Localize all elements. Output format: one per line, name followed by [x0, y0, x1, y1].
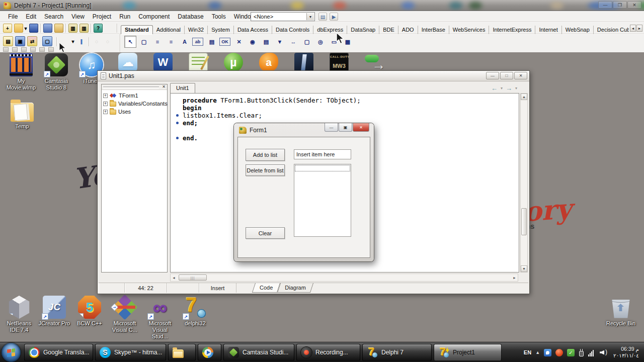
open-dropdown-icon[interactable] [23, 26, 28, 31]
expander-icon[interactable]: + [103, 110, 108, 114]
new-form-icon[interactable] [42, 36, 52, 46]
desktop-icon-msvs[interactable]: ↗Microsoft Visual Stud... [144, 296, 176, 340]
toggle-form-unit-icon[interactable] [27, 36, 37, 46]
editor-maximize-button[interactable]: □ [500, 72, 513, 79]
palette-tab-system[interactable]: System [208, 26, 234, 34]
language-indicator[interactable]: EN [524, 349, 531, 355]
menu-view[interactable]: View [67, 12, 89, 22]
item-input[interactable] [294, 149, 351, 159]
taskbar-button-delphi-7[interactable]: Delphi 7 [362, 344, 432, 361]
save-desktop-icon[interactable]: ▤ [318, 13, 327, 21]
close-icon[interactable]: ✕ [161, 84, 167, 89]
palette-tab-data-controls[interactable]: Data Controls [272, 26, 313, 34]
taskbar-button-folder[interactable] [168, 344, 196, 361]
expander-icon[interactable]: + [103, 102, 108, 106]
desktop-toolbar-icon[interactable] [21, 47, 27, 52]
forward-dropdown-icon[interactable]: ▾ [515, 86, 517, 90]
remove-file-from-project-icon[interactable] [79, 24, 89, 33]
horizontal-scrollbar[interactable]: ◄ ||| ► [170, 274, 518, 282]
add-file-to-project-icon[interactable] [68, 24, 77, 33]
scroll-left-icon[interactable]: ◄ [630, 25, 636, 32]
scroll-right-icon[interactable]: ► [511, 274, 518, 281]
form1-minimize-button[interactable]: — [325, 123, 338, 132]
save-icon[interactable] [29, 24, 38, 33]
explorer-node-variables-constants[interactable]: +Variables/Constants [103, 100, 167, 108]
listbox[interactable] [294, 164, 351, 237]
desktop-icon-netbeans[interactable]: ↗NetBeans IDE 7.4 [3, 296, 35, 333]
component-popupmenu-icon[interactable]: ≡ [165, 36, 177, 48]
taskbar-button-project1[interactable]: Project1 [434, 344, 502, 361]
view-form-icon[interactable] [15, 36, 25, 46]
palette-tab-data-access[interactable]: Data Access [234, 26, 272, 34]
palette-tab-decision-cube[interactable]: Decision Cube [594, 26, 629, 34]
network-icon[interactable] [588, 349, 596, 356]
scrollbar-thumb[interactable] [521, 208, 527, 235]
vertical-scrollbar[interactable]: ▲ ▼ [520, 93, 528, 273]
desktop-icon-word[interactable] [147, 53, 179, 72]
show-hidden-icons-icon[interactable]: ▲ [535, 350, 540, 355]
set-debug-desktop-icon[interactable]: ▶ [330, 13, 338, 21]
desktop-toolbar-icon[interactable] [48, 47, 54, 52]
desktop-icon-jcreator[interactable]: ↗JCreator Pro [38, 296, 70, 327]
close-button[interactable]: ✕ [627, 1, 641, 9]
form1-close-button[interactable]: ✕ [353, 123, 369, 132]
menu-tools[interactable]: Tools [208, 12, 230, 22]
palette-tab-win32[interactable]: Win32 [185, 26, 208, 34]
desktop-icon-cod[interactable] [323, 53, 355, 72]
tab-unit1[interactable]: Unit1 [170, 83, 195, 93]
new-items-icon[interactable] [3, 24, 12, 33]
scroll-left-icon[interactable]: ◄ [171, 274, 177, 281]
back-dropdown-icon[interactable]: ▾ [501, 86, 503, 90]
clear-button[interactable]: Clear [246, 227, 285, 239]
explorer-node-tform1[interactable]: +TForm1 [103, 92, 167, 100]
taskbar-button-recording-[interactable]: Recording... [296, 344, 360, 361]
component-combobox-icon[interactable]: ▼ [274, 36, 286, 48]
palette-tab-internet[interactable]: Internet [535, 26, 561, 34]
volume-icon[interactable] [600, 349, 607, 356]
desktop-icon-temp[interactable]: Temp [6, 99, 38, 130]
explorer-node-uses[interactable]: +Uses [103, 108, 167, 116]
desktop-icon-mymovie[interactable]: My Movie.wlmp [5, 53, 37, 91]
desktop-layout-combo[interactable]: <None> ▼ [251, 12, 315, 21]
component-mainmenu-icon[interactable]: ≡ [151, 36, 164, 48]
menu-database[interactable]: Database [174, 12, 207, 22]
component-listbox-icon[interactable]: ▤ [260, 36, 272, 48]
component-checkbox-icon[interactable]: ✕ [233, 36, 245, 48]
component-cursor-icon[interactable]: ↖ [124, 36, 136, 48]
palette-tab-bde[interactable]: BDE [379, 26, 398, 34]
desktop-icon-utorrent[interactable] [217, 53, 250, 72]
desktop-icon-recycle-bin[interactable]: Recycle Bin [605, 296, 637, 327]
taskbar-button-wmp[interactable] [198, 344, 221, 361]
component-radiobutton-icon[interactable]: ◉ [247, 36, 259, 48]
navigate-back-icon[interactable]: ← [491, 84, 498, 92]
scroll-up-icon[interactable]: ▲ [521, 94, 527, 100]
palette-tab-webservices[interactable]: WebServices [449, 26, 490, 34]
palette-tab-internetexpress[interactable]: InternetExpress [489, 26, 535, 34]
desktop-toolbar-icon[interactable] [3, 47, 9, 52]
add-to-list-button[interactable]: Add to list [246, 149, 285, 161]
menu-file[interactable]: File [4, 12, 22, 22]
editor-title-bar[interactable]: Unit1.pas — □ ✕ [98, 71, 529, 81]
pause-icon[interactable] [76, 36, 87, 46]
run-dropdown-icon[interactable] [70, 39, 75, 44]
component-edit-icon[interactable]: ab [192, 38, 203, 46]
desktop-toolbar-icon[interactable] [12, 47, 18, 52]
scroll-right-icon[interactable]: ► [636, 25, 642, 32]
desktop-icon-msvc[interactable]: ↗Microsoft Visual C... [109, 296, 141, 333]
start-button[interactable] [2, 343, 21, 362]
desktop-toolbar-icon[interactable] [39, 47, 45, 52]
desktop-icon-bcw[interactable]: ↗BCW C++ [73, 296, 106, 327]
palette-tab-interbase[interactable]: InterBase [418, 26, 449, 34]
step-over-icon[interactable] [103, 36, 113, 46]
component-scrollbar-icon[interactable]: ↔ [287, 36, 299, 48]
trace-into-icon[interactable] [92, 36, 102, 46]
tray-app-icon[interactable] [544, 349, 551, 356]
menu-search[interactable]: Search [40, 12, 67, 22]
status-tab-code[interactable]: Code [254, 283, 279, 293]
status-tab-diagram[interactable]: Diagram [279, 283, 312, 293]
delete-from-list-button[interactable]: Delete from list [246, 164, 285, 176]
expander-icon[interactable]: + [103, 94, 108, 98]
help-contents-icon[interactable] [94, 24, 103, 33]
desktop-toolbar-icon[interactable] [30, 47, 36, 52]
minimize-button[interactable]: — [598, 1, 612, 9]
